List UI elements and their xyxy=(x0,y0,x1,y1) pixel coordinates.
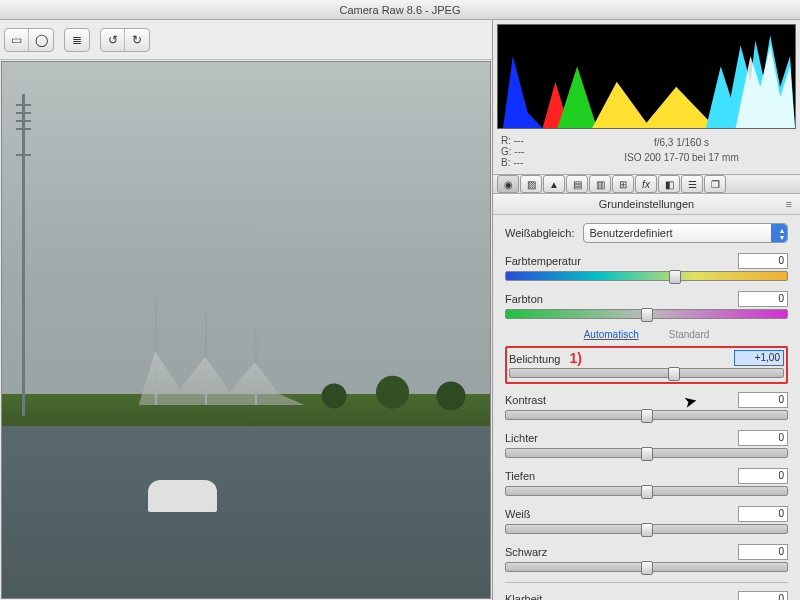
tone-slider-2[interactable] xyxy=(505,486,788,496)
exposure-label: Belichtung xyxy=(509,353,560,365)
tone-label-1: Lichter xyxy=(505,432,538,444)
metadata-readout: R: --- G: --- B: --- f/6,3 1/160 s ISO 2… xyxy=(493,133,800,174)
tone-value-4[interactable]: 0 xyxy=(738,544,788,560)
tint-slider[interactable] xyxy=(505,309,788,319)
tone-label-4: Schwarz xyxy=(505,546,547,558)
tab-detail[interactable]: ▲ xyxy=(543,175,565,193)
tab-hsl[interactable]: ▤ xyxy=(566,175,588,193)
tone-value-0[interactable]: 0 xyxy=(738,392,788,408)
default-link[interactable]: Standard xyxy=(669,329,710,340)
tone-value-2[interactable]: 0 xyxy=(738,468,788,484)
panel-title: Grundeinstellungen xyxy=(493,194,800,215)
tone-value-3[interactable]: 0 xyxy=(738,506,788,522)
rotate-cw-icon[interactable]: ↻ xyxy=(125,29,149,51)
tab-lens[interactable]: ⊞ xyxy=(612,175,634,193)
rotate-ccw-icon[interactable]: ↺ xyxy=(101,29,125,51)
temp-label: Farbtemperatur xyxy=(505,255,581,267)
top-toolbar: ▭ ◯ ≣ ↺ ↻ xyxy=(0,20,492,60)
wb-select[interactable]: Benutzerdefiniert ▴▾ xyxy=(583,223,789,243)
tab-curve[interactable]: ▨ xyxy=(520,175,542,193)
temp-value[interactable]: 0 xyxy=(738,253,788,269)
exposure-highlight: Belichtung 1) +1,00 xyxy=(505,346,788,384)
histogram[interactable] xyxy=(497,24,796,129)
tab-snapshots[interactable]: ❐ xyxy=(704,175,726,193)
tone-slider-1[interactable] xyxy=(505,448,788,458)
exposure-slider[interactable] xyxy=(509,368,784,378)
tone-slider-3[interactable] xyxy=(505,524,788,534)
tone-slider-0[interactable] xyxy=(505,410,788,420)
tab-basic[interactable]: ◉ xyxy=(497,175,519,193)
tab-presets[interactable]: ☰ xyxy=(681,175,703,193)
tint-label: Farbton xyxy=(505,293,543,305)
bullets-icon[interactable]: ≣ xyxy=(65,29,89,51)
exposure-value[interactable]: +1,00 xyxy=(734,350,784,366)
tone-slider-4[interactable] xyxy=(505,562,788,572)
list-icon[interactable]: ▭ xyxy=(5,29,29,51)
clarity-value[interactable]: 0 xyxy=(738,591,788,600)
tab-fx[interactable]: fx xyxy=(635,175,657,193)
tone-label-0: Kontrast xyxy=(505,394,546,406)
window-title: Camera Raw 8.6 - JPEG xyxy=(0,0,800,20)
annotation-1: 1) xyxy=(569,350,581,366)
tab-split[interactable]: ▥ xyxy=(589,175,611,193)
tint-value[interactable]: 0 xyxy=(738,291,788,307)
tone-label-3: Weiß xyxy=(505,508,530,520)
temp-slider[interactable] xyxy=(505,271,788,281)
tone-value-1[interactable]: 0 xyxy=(738,430,788,446)
tone-label-2: Tiefen xyxy=(505,470,535,482)
circle-icon[interactable]: ◯ xyxy=(29,29,53,51)
tab-camera[interactable]: ◧ xyxy=(658,175,680,193)
wb-label: Weißabgleich: xyxy=(505,227,575,239)
panel-tabs: ◉ ▨ ▲ ▤ ▥ ⊞ fx ◧ ☰ ❐ xyxy=(493,174,800,194)
image-preview[interactable] xyxy=(1,61,491,599)
auto-link[interactable]: Automatisch xyxy=(584,329,639,340)
clarity-label: Klarheit xyxy=(505,593,542,600)
